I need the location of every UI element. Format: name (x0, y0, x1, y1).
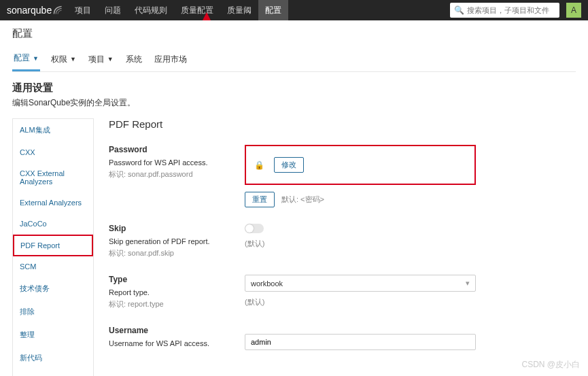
search-box[interactable]: 🔍 (450, 3, 559, 18)
setting-username: Username Username for WS API access. (109, 326, 576, 350)
logo-text: sonarqube (7, 5, 52, 16)
type-select[interactable]: workbook ▾ (245, 275, 476, 292)
chevron-down-icon: ▾ (466, 279, 470, 288)
topnav-item-5[interactable]: 配置 (258, 0, 288, 20)
setting-key: 标识: report.type (109, 299, 245, 309)
logo[interactable]: sonarqube (7, 5, 63, 16)
setting-left: Username Username for WS API access. (109, 326, 245, 350)
subtab-4[interactable]: 应用市场 (153, 48, 188, 71)
sidenav-item-6[interactable]: SCM (13, 256, 93, 277)
setting-right: workbook ▾ (默认) (245, 275, 476, 309)
setting-name: Type (109, 275, 245, 284)
chevron-down-icon: ▼ (70, 56, 76, 63)
logo-icon (53, 5, 63, 15)
skip-toggle[interactable] (245, 224, 264, 233)
sidenav-item-9[interactable]: 整理 (13, 324, 93, 347)
change-password-button[interactable]: 修改 (274, 157, 304, 173)
setting-skip: Skip Skip generation of PDF report. 标识: … (109, 224, 576, 258)
lock-icon: 🔒 (254, 160, 264, 170)
page-body: 通用设置 编辑SonarQube实例的全局设置。 ALM集成CXXCXX Ext… (0, 72, 588, 376)
subtab-3[interactable]: 系统 (124, 48, 143, 71)
reset-row: 重置 默认: <密码> (245, 192, 476, 207)
sidenav-item-10[interactable]: 新代码 (13, 347, 93, 370)
sub-tabs: 配置▼权限▼项目▼系统应用市场 (12, 46, 576, 72)
settings-sidenav: ALM集成CXXCXX External AnalyzersExternal A… (12, 118, 94, 376)
section-title: 通用设置 (12, 82, 576, 95)
setting-password: Password Password for WS API access. 标识:… (109, 145, 576, 207)
subtab-2[interactable]: 项目▼ (87, 48, 115, 71)
setting-key: 标识: sonar.pdf.password (109, 169, 245, 180)
topnav-item-1[interactable]: 问题 (98, 0, 128, 20)
sidenav-item-11[interactable]: 权限 (13, 370, 93, 376)
sub-header: 配置 配置▼权限▼项目▼系统应用市场 (0, 20, 588, 72)
chevron-down-icon: ▼ (33, 55, 39, 62)
annotation-arrow-icon (203, 12, 211, 20)
setting-desc: Report type. (109, 288, 245, 296)
setting-left: Type Report type. 标识: report.type (109, 275, 245, 309)
toggle-knob (245, 224, 254, 233)
watermark: CSDN @皮小白 (521, 359, 580, 371)
search-input[interactable] (467, 6, 555, 14)
sidenav-item-5[interactable]: PDF Report (13, 235, 93, 256)
chevron-down-icon: ▼ (107, 56, 114, 63)
setting-right (245, 334, 476, 350)
setting-desc: Username for WS API access. (109, 339, 245, 347)
setting-desc: Password for WS API access. (109, 158, 245, 167)
topnav-item-2[interactable]: 代码规则 (128, 0, 174, 20)
top-bar: sonarqube 项目问题代码规则质量配置质量阈配置 🔍 A (0, 0, 588, 20)
setting-name: Skip (109, 224, 245, 233)
page-breadcrumb-title: 配置 (12, 27, 576, 46)
sidenav-item-3[interactable]: External Analyzers (13, 192, 93, 213)
username-input[interactable] (245, 334, 476, 350)
setting-name: Username (109, 326, 245, 335)
settings-layout: ALM集成CXXCXX External AnalyzersExternal A… (12, 118, 576, 376)
search-icon: 🔍 (454, 5, 464, 15)
sidenav-item-7[interactable]: 技术债务 (13, 277, 93, 301)
setting-name: Password (109, 145, 245, 154)
setting-type: Type Report type. 标识: report.type workbo… (109, 275, 576, 309)
topnav-item-0[interactable]: 项目 (68, 0, 98, 20)
default-value-text: 默认: <密码> (281, 194, 324, 205)
default-text: (默认) (245, 297, 476, 307)
content-title: PDF Report (109, 118, 576, 130)
section-desc: 编辑SonarQube实例的全局设置。 (12, 97, 576, 109)
setting-left: Password Password for WS API access. 标识:… (109, 145, 245, 207)
sidenav-item-0[interactable]: ALM集成 (13, 119, 93, 142)
sidenav-item-1[interactable]: CXX (13, 142, 93, 163)
setting-desc: Skip generation of PDF report. (109, 237, 245, 245)
select-value: workbook (251, 279, 283, 288)
setting-right: (默认) (245, 224, 476, 258)
password-highlight-box: 🔒 修改 (245, 145, 476, 185)
setting-key: 标识: sonar.pdf.skip (109, 248, 245, 258)
top-nav: 项目问题代码规则质量配置质量阈配置 (68, 0, 450, 20)
subtab-0[interactable]: 配置▼ (12, 48, 40, 71)
sidenav-item-2[interactable]: CXX External Analyzers (13, 163, 93, 192)
topnav-item-4[interactable]: 质量阈 (220, 0, 258, 20)
default-text: (默认) (245, 239, 476, 249)
subtab-1[interactable]: 权限▼ (50, 48, 77, 71)
setting-right: 🔒 修改 重置 默认: <密码> (245, 145, 476, 207)
setting-left: Skip Skip generation of PDF report. 标识: … (109, 224, 245, 258)
avatar[interactable]: A (566, 3, 581, 18)
reset-button[interactable]: 重置 (245, 192, 275, 207)
topnav-item-3[interactable]: 质量配置 (174, 0, 220, 20)
sidenav-item-4[interactable]: JaCoCo (13, 213, 93, 235)
sidenav-item-8[interactable]: 排除 (13, 301, 93, 324)
settings-content: PDF Report Password Password for WS API … (94, 118, 576, 376)
